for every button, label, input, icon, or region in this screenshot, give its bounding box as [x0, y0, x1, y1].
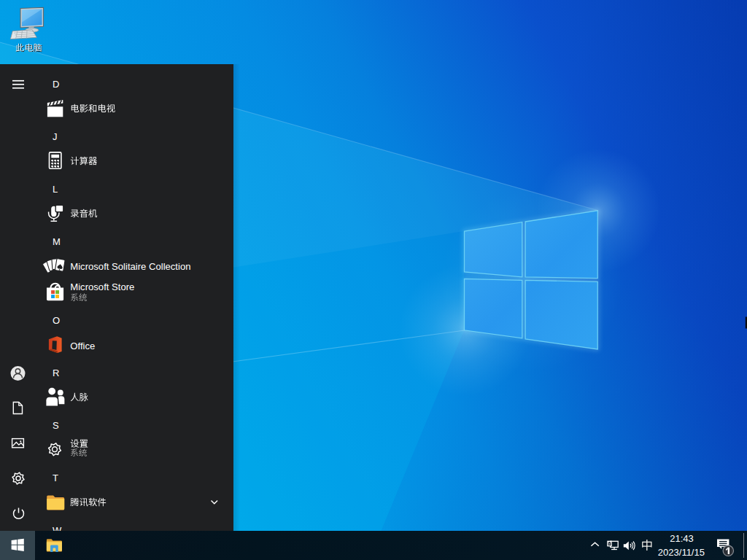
svg-text:21:43: 21:43 [670, 533, 694, 544]
svg-text:M: M [53, 236, 61, 247]
svg-text:O: O [53, 315, 60, 326]
svg-text:D: D [53, 79, 59, 90]
svg-text:R: R [53, 368, 59, 378]
svg-text:J: J [53, 131, 58, 142]
svg-text:S: S [53, 420, 59, 431]
svg-text:T: T [53, 472, 58, 483]
svg-text:Microsoft Store: Microsoft Store [70, 281, 134, 292]
svg-text:Office: Office [70, 341, 95, 351]
svg-text:2023/11/15: 2023/11/15 [658, 547, 705, 558]
svg-text:L: L [53, 184, 58, 195]
svg-text:Microsoft Solitaire Collection: Microsoft Solitaire Collection [70, 261, 190, 272]
